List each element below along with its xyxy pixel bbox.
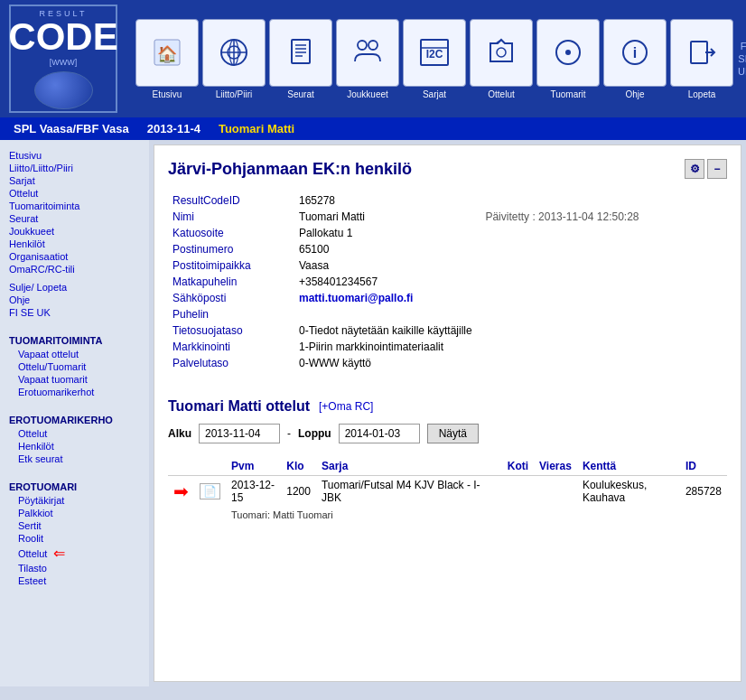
sidebar-ottelut[interactable]: Ottelut (5, 187, 145, 200)
sidebar-seurat[interactable]: Seurat (5, 212, 145, 225)
lang-se[interactable]: SE (738, 53, 746, 64)
minimize-button[interactable]: − (707, 159, 727, 179)
matkapuhelin-label: Matkapuhelin (168, 274, 294, 290)
sidebar-lang[interactable]: FI SE UK (5, 306, 145, 319)
info-row-katuosoite: Katuosoite Pallokatu 1 (168, 225, 727, 241)
date-filter: Alku - Loppu Näytä (168, 424, 727, 443)
resultcodeid-label: ResultCodeID (168, 192, 294, 209)
lang-fi[interactable]: FI (741, 41, 746, 51)
seurat-icon[interactable] (269, 19, 332, 87)
puhelin-value (294, 306, 480, 322)
nav-sarjat[interactable]: I2C Sarjat (403, 19, 466, 99)
matches-header: Pvm Klo Sarja Koti Vieras Kenttä ID (168, 457, 727, 476)
th-klo: Klo (281, 457, 316, 476)
nav-joukkueet[interactable]: Joukkueet (336, 19, 399, 99)
liitto-icon[interactable] (202, 19, 266, 87)
sidebar-liitto[interactable]: Liitto/Liitto/Piiri (5, 162, 145, 174)
matkapuhelin-value: +358401234567 (294, 274, 480, 290)
sidebar-tuomaritoiminta[interactable]: Tuomaritoiminta (5, 200, 145, 212)
info-row-sahkoposti: Sähköposti matti.tuomari@pallo.fi (168, 290, 727, 306)
th-kentta: Kenttä (577, 457, 680, 476)
sidebar-esteet[interactable]: Esteet (5, 574, 145, 587)
sidebar-organisaatiot[interactable]: Organisaatiot (5, 250, 145, 263)
oma-rc-link[interactable]: [+Oma RC] (319, 400, 373, 413)
nav-tuomarit[interactable]: Tuomarit (536, 19, 600, 99)
lang-uk[interactable]: UK (738, 66, 746, 77)
postinumero-value: 65100 (294, 241, 480, 257)
lopeta-icon[interactable] (670, 19, 733, 87)
sarjat-icon[interactable]: I2C (403, 19, 466, 87)
breadcrumb-name: Tuomari Matti (219, 122, 294, 135)
nav-liitto[interactable]: Liitto/Piiri (202, 19, 266, 99)
sidebar-henkilot[interactable]: Henkilöt (5, 238, 145, 250)
info-row-matkapuhelin: Matkapuhelin +358401234567 (168, 274, 727, 290)
loppu-input[interactable] (339, 424, 420, 443)
info-row-puhelin: Puhelin (168, 306, 727, 322)
nav-icons: 🏠 Etusivu Liitto/Piiri Seurat Joukkueet … (135, 19, 733, 99)
match-doc-icon[interactable]: 📄 (200, 483, 220, 499)
tietosuojataso-value: 0-Tiedot näytetään kaikille käyttäjille (294, 322, 727, 339)
main-layout: Etusivu Liitto/Liitto/Piiri Sarjat Ottel… (0, 140, 746, 686)
alku-input[interactable] (199, 424, 280, 443)
sidebar-ottelu-tuomarit[interactable]: Ottelu/Tuomarit (5, 360, 145, 373)
resultcodeid-value: 165278 (294, 192, 480, 209)
sidebar-etusivu[interactable]: Etusivu (5, 149, 145, 162)
th-vieras: Vieras (534, 457, 577, 476)
content-area: Järvi-Pohjanmaan EK:n henkilö ⚙ − Result… (154, 145, 741, 682)
sidebar-section-erotuomari: EROTUOMARI (5, 480, 145, 494)
sidebar-erotuomarikerhot[interactable]: Erotuomarikerhot (5, 386, 145, 398)
sidebar-sertit[interactable]: Sertit (5, 519, 145, 532)
sidebar-etk-seurat[interactable]: Etk seurat (5, 453, 145, 465)
sidebar-tilasto[interactable]: Tilasto (5, 562, 145, 574)
svg-rect-7 (292, 40, 310, 63)
logo-globe (34, 71, 93, 109)
palvelutaso-value: 0-WWW käyttö (294, 355, 727, 371)
nav-ohje[interactable]: i Ohje (603, 19, 667, 99)
breadcrumb-org: SPL Vaasa/FBF Vasa (14, 122, 129, 135)
nimi-label: Nimi (168, 209, 294, 225)
header: RESULT CODE [WWW] 🏠 Etusivu Liitto/Piiri… (0, 0, 746, 117)
sidebar-sarjat[interactable]: Sarjat (5, 174, 145, 187)
joukkueet-icon[interactable] (336, 19, 399, 87)
sidebar-vapaat-tuomarit[interactable]: Vapaat tuomarit (5, 373, 145, 386)
nayta-button[interactable]: Näytä (427, 424, 479, 443)
sub-info: Tuomari: Matti Tuomari (226, 507, 727, 523)
nav-seurat[interactable]: Seurat (269, 19, 332, 99)
row-koti (502, 476, 534, 508)
sidebar-omarc[interactable]: OmaRC/RC-tili (5, 263, 145, 275)
sidebar-etk-ottelut[interactable]: Ottelut (5, 427, 145, 440)
matches-header-row: Tuomari Matti ottelut [+Oma RC] (168, 389, 727, 424)
sahkoposti-label: Sähköposti (168, 290, 294, 306)
logo: RESULT CODE [WWW] (9, 5, 117, 113)
markkinointi-label: Markkinointi (168, 339, 294, 355)
sidebar-section-tuomaritoiminta: TUOMARITOIMINTA (5, 333, 145, 348)
nav-ottelut[interactable]: Ottelut (470, 19, 533, 99)
sidebar-poytakirjat[interactable]: Pöytäkirjat (5, 494, 145, 507)
date-separator: - (287, 427, 291, 440)
sidebar-erotuomari-ottelut[interactable]: Ottelut (5, 547, 51, 560)
person-info-table: ResultCodeID 165278 Nimi Tuomari Matti P… (168, 192, 727, 371)
language-selector: FI SE UK (738, 41, 746, 77)
sidebar-roolit[interactable]: Roolit (5, 532, 145, 545)
nav-etusivu[interactable]: 🏠 Etusivu (135, 19, 199, 99)
svg-point-12 (358, 41, 367, 50)
settings-button[interactable]: ⚙ (685, 159, 704, 179)
nimi-value: Tuomari Matti (294, 209, 480, 225)
row-icon-cell: 📄 (194, 476, 226, 508)
sidebar-vapaat-ottelut[interactable]: Vapaat ottelut (5, 348, 145, 360)
sidebar-joukkueet[interactable]: Joukkueet (5, 225, 145, 238)
table-subinfo-row: Tuomari: Matti Tuomari (168, 507, 727, 523)
sidebar-sulje[interactable]: Sulje/ Lopeta (5, 281, 145, 294)
nav-lopeta[interactable]: Lopeta (670, 19, 733, 99)
ottelut-icon[interactable] (470, 19, 533, 87)
svg-point-17 (497, 48, 506, 57)
th-sarja: Sarja (316, 457, 502, 476)
info-row-tietosuojataso: Tietosuojataso 0-Tiedot näytetään kaikil… (168, 322, 727, 339)
tuomarit-icon[interactable] (536, 19, 600, 87)
svg-text:i: i (633, 45, 637, 61)
sidebar-ohje[interactable]: Ohje (5, 294, 145, 306)
ohje-icon[interactable]: i (603, 19, 667, 87)
sidebar-etk-henkilot[interactable]: Henkilöt (5, 440, 145, 453)
home-icon[interactable]: 🏠 (135, 19, 199, 87)
sidebar-palkkiot[interactable]: Palkkiot (5, 507, 145, 519)
